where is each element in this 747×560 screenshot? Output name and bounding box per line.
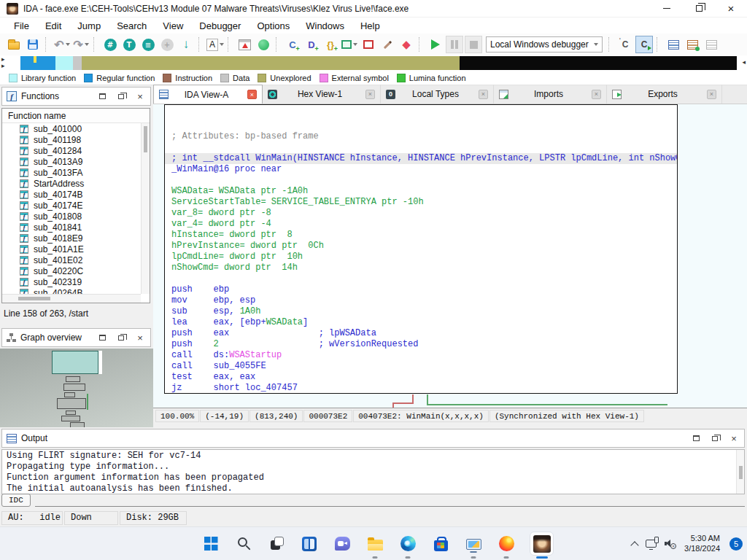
menu-help[interactable]: Help xyxy=(352,19,388,33)
save-icon[interactable] xyxy=(24,36,42,53)
function-item[interactable]: fsub_4013A9 xyxy=(2,156,141,167)
notification-count-badge[interactable]: 5 xyxy=(729,537,743,551)
taskbar-clock[interactable]: 5:30 AM 3/18/2024 xyxy=(684,534,720,553)
tab-close-icon[interactable] xyxy=(707,90,716,99)
scrollbar-thumb[interactable] xyxy=(18,297,50,300)
code-line[interactable]: lea eax, [ebp+WSAData] xyxy=(165,317,677,328)
tab-close-icon[interactable] xyxy=(479,90,488,99)
code-line[interactable] xyxy=(165,175,677,186)
jump-segment-icon[interactable]: ≡ xyxy=(139,36,157,53)
start-debugger-icon[interactable] xyxy=(427,36,444,53)
code-line[interactable]: hInstance= dword ptr 8 xyxy=(165,230,677,241)
panel-maximize-button[interactable] xyxy=(692,434,700,443)
debugger-select[interactable]: Local Windows debugger xyxy=(486,36,603,52)
panel-close-button[interactable]: × xyxy=(136,92,144,101)
code-line[interactable]: ServiceStartTable= SERVICE_TABLE_ENTRYA … xyxy=(165,197,677,208)
taskbar-task-view-button[interactable] xyxy=(267,534,286,553)
navigate-forward-icon[interactable]: ↷ xyxy=(72,36,90,53)
output-panel-header[interactable]: Output × xyxy=(1,429,745,448)
patch-icon[interactable]: ◆ xyxy=(398,36,415,53)
menu-search[interactable]: Search xyxy=(109,19,155,33)
function-item[interactable]: fsub_401A1E xyxy=(2,244,141,254)
panel-float-button[interactable] xyxy=(117,333,125,342)
panel-float-button[interactable] xyxy=(711,434,719,443)
function-item[interactable]: fsub_40220C xyxy=(2,265,141,276)
functions-horizontal-scrollbar[interactable] xyxy=(2,294,141,303)
open-file-icon[interactable] xyxy=(5,36,23,53)
code-line[interactable]: ; int __stdcall WinMain(HINSTANCE hInsta… xyxy=(165,153,677,164)
taskbar-media-app-button[interactable] xyxy=(464,534,483,553)
scrollbar-thumb[interactable] xyxy=(144,126,147,152)
menu-view[interactable]: View xyxy=(155,19,191,33)
menu-jump[interactable]: Jump xyxy=(69,19,109,33)
functions-panel-header[interactable]: f Functions × xyxy=(1,87,151,106)
tab-imports[interactable]: Imports xyxy=(494,85,607,104)
function-item[interactable]: fsub_401000 xyxy=(2,123,141,134)
volume-muted-icon[interactable]: × xyxy=(665,539,676,548)
run-analysis-icon[interactable] xyxy=(255,36,272,53)
pause-debugger-icon[interactable] xyxy=(446,36,463,53)
network-icon[interactable] xyxy=(646,540,657,548)
function-item[interactable]: fsub_4018E9 xyxy=(2,233,141,244)
create-data-icon[interactable]: D+ xyxy=(303,36,320,53)
code-line[interactable]: nShowCmd= dword ptr 14h xyxy=(165,262,677,273)
function-name-column-header[interactable]: Function name xyxy=(2,109,150,123)
undefine-icon[interactable] xyxy=(360,36,377,53)
text-view-icon[interactable]: A xyxy=(206,36,224,53)
menu-file[interactable]: File xyxy=(6,19,37,33)
function-item[interactable]: fsub_40174B xyxy=(2,189,141,200)
taskbar-edge-button[interactable] xyxy=(398,534,417,553)
graph-overview-header[interactable]: Graph overview × xyxy=(1,328,151,347)
output-log[interactable]: Using FLIRT signature: SEH for vc7-14Pro… xyxy=(1,449,745,494)
breakpoint-window-icon[interactable] xyxy=(236,36,253,53)
code-line[interactable] xyxy=(165,142,677,153)
panel-maximize-button[interactable] xyxy=(98,333,107,342)
taskbar-firefox-button[interactable] xyxy=(497,534,516,553)
code-line[interactable]: push 2 ; wVersionRequested xyxy=(165,339,677,350)
tab-close-icon[interactable] xyxy=(592,90,601,99)
add-window-icon[interactable] xyxy=(684,36,701,53)
function-item[interactable]: fsub_401841 xyxy=(2,222,141,233)
close-button[interactable]: × xyxy=(715,0,747,17)
create-function-icon[interactable]: C+ xyxy=(284,36,301,53)
navigation-track[interactable] xyxy=(0,56,747,70)
nav-right-arrow-icon[interactable]: ◂ xyxy=(742,58,746,66)
function-item[interactable]: fStartAddress xyxy=(2,178,141,189)
compile-script-icon[interactable]: 'C xyxy=(616,36,634,53)
menu-debugger[interactable]: Debugger xyxy=(191,19,249,33)
function-item[interactable]: fsub_4013FA xyxy=(2,167,141,178)
menu-windows[interactable]: Windows xyxy=(298,19,352,33)
tab-exports[interactable]: Exports xyxy=(607,85,722,104)
jump-down-icon[interactable]: ↓ xyxy=(177,36,195,53)
code-line[interactable]: mov ebp, esp xyxy=(165,295,677,306)
functions-vertical-scrollbar[interactable] xyxy=(141,123,150,294)
run-script-icon[interactable]: C xyxy=(635,36,653,53)
scrollbar-thumb[interactable] xyxy=(739,466,743,479)
panel-close-button[interactable]: × xyxy=(136,333,144,342)
jump-address-icon[interactable]: # xyxy=(101,36,119,53)
function-item[interactable]: fsub_401808 xyxy=(2,211,141,222)
tab-hex-view-1[interactable]: Hex View-1 xyxy=(263,85,381,104)
taskbar-start-button[interactable] xyxy=(201,534,220,553)
code-line[interactable]: var_8= dword ptr -8 xyxy=(165,208,677,219)
code-line[interactable] xyxy=(165,273,677,284)
jump-plus-icon[interactable]: + xyxy=(158,36,176,53)
minimize-button[interactable] xyxy=(651,0,683,17)
disassembly-node[interactable]: ; Attributes: bp-based frame ; int __std… xyxy=(164,104,678,394)
navigation-band[interactable]: ▸ ▸ ◂ xyxy=(0,55,747,71)
function-item[interactable]: fsub_40264B xyxy=(2,287,141,294)
function-item[interactable]: fsub_401198 xyxy=(2,134,141,145)
create-struct-icon[interactable] xyxy=(341,36,358,53)
code-line[interactable]: call ds:WSAStartup xyxy=(165,350,677,361)
function-item[interactable]: fsub_40174E xyxy=(2,200,141,211)
code-line[interactable]: ; Attributes: bp-based frame xyxy=(165,131,677,142)
taskbar-ida-button[interactable] xyxy=(530,532,554,556)
function-item[interactable]: fsub_401E02 xyxy=(2,254,141,265)
code-line[interactable]: var_4= dword ptr -4 xyxy=(165,219,677,230)
function-item[interactable]: fsub_402319 xyxy=(2,276,141,287)
code-line[interactable]: lpCmdLine= dword ptr 10h xyxy=(165,252,677,262)
taskbar-chat-button[interactable] xyxy=(333,534,352,553)
menu-edit[interactable]: Edit xyxy=(37,19,69,33)
code-line[interactable]: push eax ; lpWSAData xyxy=(165,328,677,339)
graph-viewport-rect[interactable] xyxy=(52,351,98,374)
